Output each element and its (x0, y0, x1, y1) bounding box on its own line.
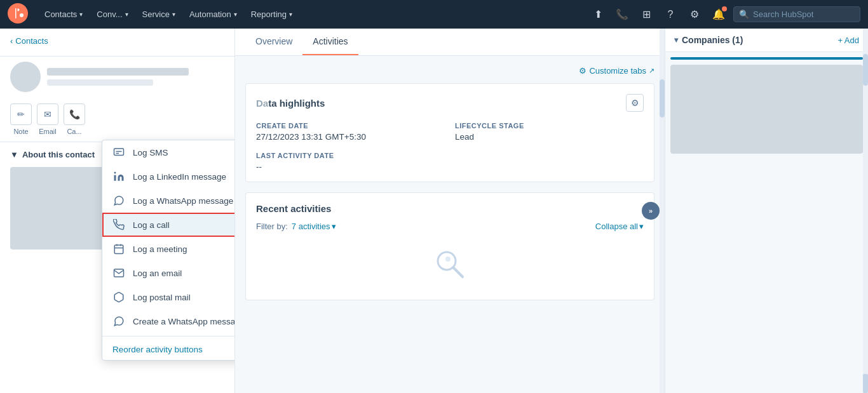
nav-conversations[interactable]: Conv... ▾ (90, 6, 134, 23)
contact-detail-placeholder (47, 79, 153, 86)
filter-left: Filter by: 7 activities ▾ (256, 222, 336, 231)
svg-point-3 (114, 172, 116, 174)
contacts-chevron-icon: ▾ (79, 11, 83, 18)
create-date-field: CREATE DATE 27/12/2023 13:31 GMT+5:30 (256, 122, 445, 142)
meeting-icon (112, 243, 125, 255)
log-linkedin-item[interactable]: Log a LinkedIn message (102, 164, 235, 189)
log-meeting-item[interactable]: Log a meeting (102, 237, 235, 261)
help-icon[interactable]: ? (661, 5, 680, 24)
right-sidebar-header: ▾ Companies (1) + Add (665, 29, 868, 52)
note-icon: ✏ (10, 103, 32, 125)
reporting-chevron-icon: ▾ (289, 11, 292, 18)
empty-state-illustration (431, 245, 469, 283)
company-indicator-bar (670, 57, 863, 60)
activities-header: Recent activities (256, 203, 644, 214)
highlights-settings-button[interactable]: ⚙ (626, 94, 644, 112)
back-to-contacts[interactable]: ‹ Contacts (10, 36, 224, 46)
left-sidebar: ‹ Contacts ✏ Note ✉ Email 📞 Ca... (0, 29, 235, 393)
data-highlights-title: Data highlights (256, 98, 325, 109)
search-icon: 🔍 (739, 10, 749, 19)
companies-title: ▾ Companies (1) (674, 35, 743, 45)
contact-name-placeholder (47, 68, 189, 76)
log-postal-item[interactable]: Log postal mail (102, 285, 235, 309)
lifecycle-stage-field: LIFECYCLE STAGE Lead (455, 122, 644, 142)
scrollbar-thumb[interactable] (660, 79, 665, 117)
log-sms-item[interactable]: Log SMS (102, 140, 235, 164)
search-input[interactable] (753, 10, 855, 19)
search-box[interactable]: 🔍 (733, 6, 860, 22)
email-log-icon (112, 267, 125, 279)
tabs-bar: Overview Activities (235, 29, 665, 56)
svg-point-1 (20, 13, 24, 17)
recent-activities-card: Recent activities Filter by: 7 activitie… (245, 192, 654, 300)
svg-line-6 (453, 267, 463, 277)
hubspot-logo[interactable] (8, 3, 38, 25)
svg-point-7 (445, 256, 451, 262)
service-chevron-icon: ▾ (172, 11, 175, 18)
tab-overview[interactable]: Overview (245, 29, 302, 55)
upload-icon[interactable]: ⬆ (588, 5, 607, 24)
right-scrollbar-thumb[interactable] (863, 54, 868, 86)
gear-settings-icon: ⚙ (579, 66, 587, 76)
dropdown-divider (102, 336, 235, 336)
settings-icon[interactable]: ⚙ (685, 5, 704, 24)
activity-buttons: ✏ Note ✉ Email 📞 Ca... (0, 97, 234, 142)
avatar (10, 62, 41, 92)
email-button[interactable]: ✉ Email (37, 103, 58, 135)
add-company-link[interactable]: + Add (837, 36, 859, 45)
postal-icon (112, 291, 125, 303)
sms-icon (112, 146, 125, 159)
main-layout: ‹ Contacts ✏ Note ✉ Email 📞 Ca... (0, 29, 868, 393)
call-icon: 📞 (64, 103, 85, 125)
svg-rect-4 (114, 245, 123, 254)
scrollbar-track[interactable] (660, 29, 665, 393)
collapse-all-link[interactable]: Collapse all ▾ (595, 222, 644, 231)
nav-contacts[interactable]: Contacts ▾ (38, 6, 89, 23)
email-icon: ✉ (37, 103, 58, 125)
highlights-grid: CREATE DATE 27/12/2023 13:31 GMT+5:30 LI… (256, 122, 644, 171)
notifications-icon[interactable]: 🔔 (709, 5, 728, 24)
activity-dropdown-menu: Log SMS Log a LinkedIn message Log a Wha… (102, 140, 235, 361)
log-call-item[interactable]: Log a call (102, 213, 235, 237)
collapse-chevron-icon: ▾ (639, 222, 644, 231)
company-card-placeholder (670, 65, 863, 154)
customize-tabs-link[interactable]: ⚙ Customize tabs ↗ (579, 66, 654, 76)
linkedin-icon (112, 170, 125, 183)
center-content: Overview Activities ⚙ Customize tabs ↗ D… (235, 29, 665, 393)
right-scrollbar-track[interactable] (863, 29, 868, 393)
nav-reporting[interactable]: Reporting ▾ (245, 6, 299, 23)
right-scrollbar-bottom[interactable] (863, 374, 868, 393)
conv-chevron-icon: ▾ (125, 11, 128, 18)
last-activity-field: LAST ACTIVITY DATE -- (256, 152, 644, 171)
filter-chevron-icon: ▾ (332, 222, 336, 231)
create-whatsapp-item[interactable]: Create a WhatsApp message 🔒 (102, 309, 235, 333)
phone-icon[interactable]: 📞 (613, 5, 632, 24)
reorder-activity-buttons[interactable]: Reorder activity buttons (102, 339, 235, 360)
card-header: Data highlights ⚙ (256, 94, 644, 112)
notification-badge (722, 6, 727, 11)
whatsapp-create-icon (112, 315, 125, 328)
expand-panel-button[interactable]: » (642, 202, 660, 220)
grid-icon[interactable]: ⊞ (637, 5, 656, 24)
whatsapp-icon (112, 194, 125, 207)
call-button[interactable]: 📞 Ca... (64, 103, 85, 135)
note-button[interactable]: ✏ Note (10, 103, 32, 135)
tab-activities[interactable]: Activities (302, 29, 358, 55)
activities-filter-link[interactable]: 7 activities ▾ (292, 222, 336, 231)
customize-tabs-row: ⚙ Customize tabs ↗ (245, 66, 654, 76)
nav-service[interactable]: Service ▾ (136, 6, 182, 23)
external-link-icon: ↗ (649, 67, 654, 75)
about-chevron-icon: ▼ (10, 150, 18, 159)
sidebar-header: ‹ Contacts (0, 29, 234, 57)
nav-items: Contacts ▾ Conv... ▾ Service ▾ Automatio… (38, 6, 588, 23)
contact-info (0, 57, 234, 97)
top-nav: Contacts ▾ Conv... ▾ Service ▾ Automatio… (0, 0, 868, 29)
phone-call-icon (112, 218, 125, 231)
log-email-item[interactable]: Log an email (102, 261, 235, 285)
contact-name-area (47, 68, 224, 86)
right-sidebar-content (665, 52, 868, 164)
empty-activities (256, 239, 644, 290)
log-whatsapp-item[interactable]: Log a WhatsApp message (102, 189, 235, 213)
nav-right: ⬆ 📞 ⊞ ? ⚙ 🔔 🔍 (588, 5, 860, 24)
nav-automation[interactable]: Automation ▾ (183, 6, 243, 23)
